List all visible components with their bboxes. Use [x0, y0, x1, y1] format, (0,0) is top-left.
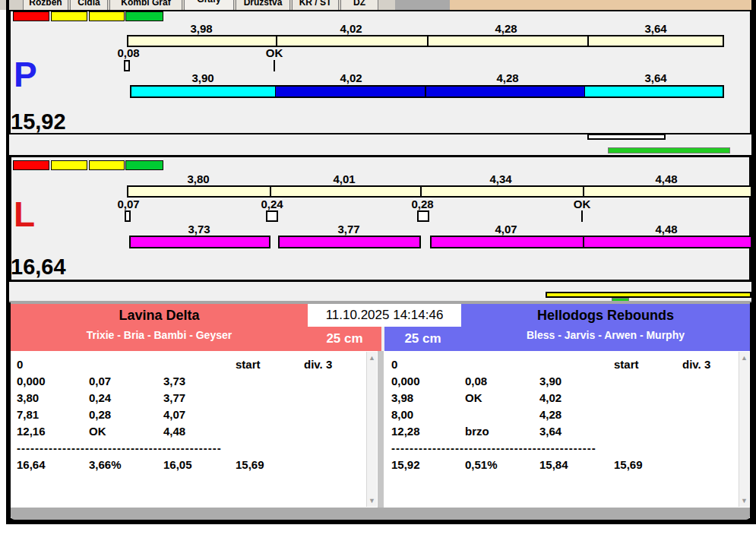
l-ok-tick	[581, 210, 583, 222]
p-light-red	[13, 11, 49, 21]
scroll-up-icon[interactable]: ▲	[739, 354, 749, 362]
table-cell: start	[236, 357, 261, 372]
l-light-green	[125, 160, 163, 170]
table-cell: 0,000	[391, 374, 420, 389]
table-separator: ----------------------------------------…	[391, 441, 596, 456]
table-cell: 4,02	[539, 391, 561, 406]
p-ok-tick	[274, 60, 275, 71]
results-table-right: 0 start div. 3 0,000 0,08 3,90 3,98 OK 4…	[384, 351, 750, 508]
p-light-yellow1	[51, 11, 87, 21]
p-split-label-4: 3,64	[625, 23, 686, 35]
table-cell: 15,92	[391, 457, 420, 473]
tab-kombi-graf[interactable]: Kombi Graf	[109, 0, 182, 10]
l-fault-marker-change2	[417, 210, 429, 222]
p-mark-label-change1: OK	[244, 47, 305, 59]
l-light-yellow2	[89, 160, 125, 170]
table-separator: ----------------------------------------…	[17, 441, 222, 456]
p-split-divider-2	[427, 35, 429, 47]
p-run-label-3: 4,28	[477, 72, 538, 84]
l-split-label-1: 3,80	[168, 173, 229, 185]
l-split-bar	[127, 185, 752, 198]
table-cell: 7,81	[17, 407, 39, 422]
lane-letter-p: P	[14, 58, 37, 91]
table-cell: brzo	[465, 424, 489, 439]
scroll-up-icon[interactable]: ▲	[367, 354, 377, 362]
scroll-down-icon[interactable]: ▼	[739, 497, 749, 504]
tab-dz[interactable]: DŽ	[340, 0, 378, 10]
l-split-label-3: 4,34	[470, 173, 531, 185]
l-run-label-3: 4,07	[476, 223, 536, 236]
datetime-box: 11.10.2025 14:14:46	[308, 304, 461, 327]
table-cell: 8,00	[391, 407, 413, 422]
dog-names-left: Trixie - Bria - Bambi - Geyser	[11, 328, 308, 342]
tab-druzstva[interactable]: Družstva	[236, 0, 290, 10]
p-indicator-white-bar	[587, 134, 666, 140]
l-mark-label-start: 0,07	[98, 198, 159, 210]
table-cell: 0,08	[465, 374, 487, 389]
p-indicator-green-bar	[608, 147, 730, 153]
l-run-seg-2	[278, 236, 421, 248]
desktop-strip	[450, 0, 751, 10]
p-light-green	[125, 11, 163, 21]
tab-rozbeh[interactable]: Rozběh	[23, 0, 68, 10]
window-border-left	[6, 0, 9, 524]
l-run-label-2: 3,77	[318, 223, 379, 236]
table-cell: 12,28	[391, 424, 420, 439]
table-cell: 3,64	[539, 424, 561, 439]
l-run-seg-4	[583, 236, 752, 248]
l-run-label-1: 3,73	[169, 223, 229, 236]
table-cell: 3,80	[17, 391, 39, 406]
p-run-label-2: 4,02	[321, 72, 381, 84]
team-name-right: Hellodogs Rebounds	[461, 307, 750, 324]
l-mark-label-change1: 0,24	[242, 198, 302, 210]
l-split-label-2: 4,01	[314, 173, 375, 185]
p-run-seg-4	[585, 87, 723, 96]
table-cell: 4,07	[163, 407, 185, 422]
p-split-divider-1	[276, 35, 277, 47]
p-split-label-2: 4,02	[321, 23, 381, 35]
lane-letter-l: L	[14, 198, 35, 231]
scrollbar-left-table[interactable]: ▲ ▼	[366, 352, 377, 507]
team-name-left: Lavina Delta	[11, 307, 308, 324]
table-divider	[378, 351, 384, 508]
l-run-label-4: 4,48	[636, 223, 697, 236]
p-split-divider-3	[587, 35, 589, 47]
window-border-right	[751, 0, 756, 524]
l-light-red	[13, 160, 49, 170]
table-cell: 0,07	[89, 374, 111, 389]
tabbar-gap	[395, 0, 450, 10]
p-run-seg-2	[276, 87, 426, 96]
p-run-seg-1	[131, 87, 276, 96]
height-class-left: 25 cm	[308, 330, 381, 348]
l-split-divider-3	[583, 185, 584, 198]
p-run-label-4: 3,64	[625, 72, 686, 84]
scroll-down-icon[interactable]: ▼	[367, 497, 377, 504]
table-cell: OK	[465, 391, 482, 406]
table-cell: 15,69	[236, 457, 264, 473]
l-indicator-yellow-bar	[546, 292, 751, 298]
tab-kr-st[interactable]: KR / ST	[292, 0, 339, 10]
table-cell: OK	[89, 424, 106, 439]
p-total-time: 15,92	[11, 110, 66, 133]
table-cell: 12,16	[17, 424, 46, 439]
table-cell: start	[614, 357, 639, 372]
p-run-bar	[130, 85, 724, 98]
table-cell: 0	[391, 357, 397, 372]
table-cell: 0	[17, 357, 23, 372]
p-split-label-1: 3,98	[171, 23, 232, 35]
scrollbar-right-table[interactable]: ▲ ▼	[739, 352, 749, 507]
table-cell: div. 3	[304, 357, 332, 372]
app-window: Rozběh Čidla Kombi Graf Grafy Družstva K…	[0, 0, 756, 544]
tab-bar: Rozběh Čidla Kombi Graf Grafy Družstva K…	[0, 0, 756, 10]
height-class-right: 25 cm	[384, 330, 461, 348]
table-cell: 3,90	[539, 374, 561, 389]
tab-cidla[interactable]: Čidla	[70, 0, 108, 10]
l-mark-label-change3: OK	[552, 198, 612, 210]
table-cell: 3,77	[163, 391, 185, 406]
table-cell: 0,24	[89, 391, 111, 406]
table-cell: 15,69	[614, 457, 643, 473]
table-cell: 3,98	[391, 391, 413, 406]
l-fault-marker-change1	[266, 210, 278, 222]
tab-grafy[interactable]: Grafy	[184, 0, 234, 10]
table-cell: 16,05	[163, 457, 192, 473]
